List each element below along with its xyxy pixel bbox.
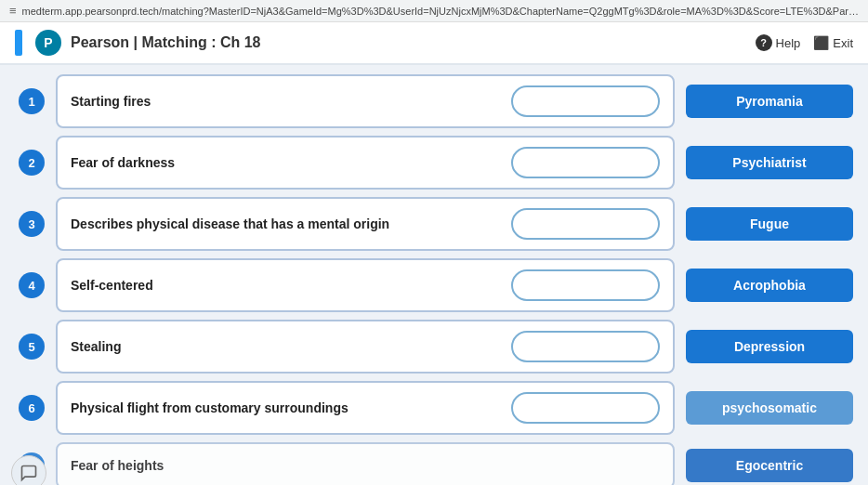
- answer-drop-6[interactable]: [511, 392, 660, 424]
- nav-right: ? Help ⬛ Exit: [756, 34, 853, 51]
- question-text-3: Describes physical disease that has a me…: [71, 216, 389, 231]
- top-nav: P Pearson | Matching : Ch 18 ? Help ⬛ Ex…: [0, 22, 868, 65]
- matching-row-3: 3 Describes physical disease that has a …: [19, 197, 853, 251]
- question-text-4: Self-centered: [71, 278, 153, 293]
- pearson-logo: P: [35, 30, 61, 56]
- help-label: Help: [776, 36, 801, 50]
- matching-row-5: 5 Stealing Depression: [19, 320, 853, 374]
- answer-drop-3[interactable]: [511, 208, 660, 240]
- question-text-5: Stealing: [71, 339, 121, 354]
- address-bar: ≡ medterm.app.pearsonprd.tech/matching?M…: [0, 0, 868, 22]
- exit-icon: ⬛: [813, 35, 829, 50]
- row-number-6: 6: [19, 395, 45, 421]
- answer-drop-5[interactable]: [511, 331, 660, 362]
- question-text-7: Fear of heights: [71, 458, 164, 473]
- nav-title: Pearson | Matching : Ch 18: [71, 34, 261, 51]
- question-box-1: Starting fires: [56, 74, 675, 128]
- help-button[interactable]: ? Help: [756, 34, 801, 51]
- matching-row-7: 7 Fear of heights Egocentric: [19, 442, 853, 485]
- answer-button-7[interactable]: Egocentric: [686, 449, 853, 482]
- main-content: 1 Starting fires Pyromania 2 Fear of dar…: [0, 65, 868, 485]
- answer-button-6[interactable]: psychosomatic: [686, 391, 853, 425]
- matching-row-2: 2 Fear of darkness Psychiatrist: [19, 136, 853, 190]
- exit-label: Exit: [833, 36, 853, 50]
- question-box-3: Describes physical disease that has a me…: [56, 197, 675, 251]
- row-number-3: 3: [19, 211, 45, 237]
- answer-button-3[interactable]: Fugue: [686, 207, 853, 241]
- question-box-6: Physical flight from customary surroundi…: [56, 381, 675, 435]
- exit-button[interactable]: ⬛ Exit: [813, 35, 853, 50]
- matching-row-1: 1 Starting fires Pyromania: [19, 74, 853, 128]
- url-text: medterm.app.pearsonprd.tech/matching?Mas…: [22, 6, 859, 17]
- row-number-5: 5: [19, 334, 45, 360]
- question-box-2: Fear of darkness: [56, 136, 675, 190]
- answer-button-1[interactable]: Pyromania: [686, 85, 853, 118]
- row-number-4: 4: [19, 272, 45, 298]
- question-text-6: Physical flight from customary surroundi…: [71, 400, 349, 415]
- question-box-5: Stealing: [56, 320, 675, 374]
- help-icon: ?: [756, 34, 772, 51]
- chat-icon-button[interactable]: [11, 455, 46, 485]
- browser-icon: ≡: [9, 4, 17, 18]
- answer-drop-4[interactable]: [511, 269, 660, 301]
- question-box-7: Fear of heights: [56, 442, 675, 485]
- answer-drop-1[interactable]: [511, 85, 660, 117]
- answer-button-4[interactable]: Acrophobia: [686, 269, 853, 302]
- question-text-1: Starting fires: [71, 94, 151, 109]
- row-number-1: 1: [19, 88, 45, 114]
- answer-button-5[interactable]: Depression: [686, 330, 853, 363]
- matching-row-6: 6 Physical flight from customary surroun…: [19, 381, 853, 435]
- tab-indicator: [15, 30, 22, 56]
- answer-button-2[interactable]: Psychiatrist: [686, 146, 853, 179]
- row-number-2: 2: [19, 150, 45, 176]
- question-box-4: Self-centered: [56, 258, 675, 312]
- question-text-2: Fear of darkness: [71, 155, 175, 170]
- nav-left: P Pearson | Matching : Ch 18: [15, 30, 261, 56]
- matching-row-4: 4 Self-centered Acrophobia: [19, 258, 853, 312]
- answer-drop-2[interactable]: [511, 147, 660, 178]
